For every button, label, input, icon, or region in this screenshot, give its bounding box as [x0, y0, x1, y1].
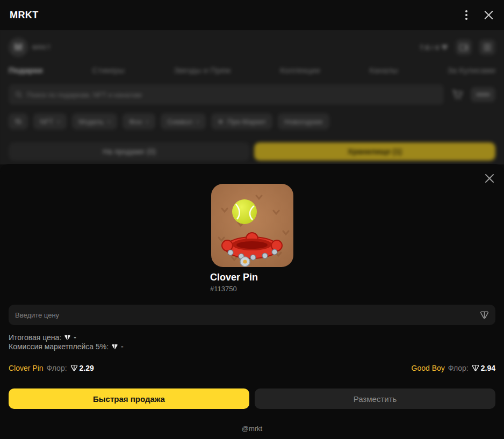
- app-header: M MRKT 7.6 / 4: [0, 30, 504, 60]
- app-title: MRKT: [10, 10, 39, 21]
- segment-storage[interactable]: Хранилище (1): [254, 142, 495, 161]
- menu-button[interactable]: [479, 39, 495, 55]
- price-field: [9, 305, 495, 325]
- ton-icon: [70, 364, 78, 372]
- app-background: M MRKT 7.6 / 4 Подарки: [0, 30, 504, 164]
- item-number: #113750: [210, 285, 294, 293]
- nav-tabs: Подарки Стикеры Звезды и Прем Коллекции …: [0, 60, 504, 81]
- tab-stars-premium[interactable]: Звезды и Прем: [174, 66, 231, 75]
- filter-background[interactable]: Фон: [123, 113, 155, 129]
- floor-prices: Clover Pin Флор: 2.29 Good Boy Флор: 2.9…: [9, 364, 495, 372]
- ton-icon: [480, 311, 489, 320]
- segment-row: На продаже (0) Хранилище (1): [0, 135, 504, 161]
- chevron-down-icon: [107, 118, 111, 123]
- floor-left: Clover Pin Флор: 2.29: [9, 364, 94, 372]
- sort-button[interactable]: [9, 113, 28, 129]
- app-logo: M: [9, 38, 28, 57]
- floor-left-label: Флор:: [47, 364, 67, 372]
- chevron-down-icon: [145, 118, 149, 123]
- item-image: [211, 184, 293, 267]
- filter-nft[interactable]: NFT: [33, 113, 67, 129]
- tab-gifts[interactable]: Подарки: [9, 66, 43, 75]
- tab-backstage[interactable]: За Кулисами: [448, 66, 495, 75]
- wallet-icon: [459, 44, 468, 51]
- topnav-pill-button[interactable]: [471, 87, 495, 102]
- action-buttons: Быстрая продажа Разместить: [9, 388, 495, 409]
- total-price-value: -: [74, 333, 76, 342]
- price-summary: Итоговая цена: - Комиссия маркетплейса 5…: [9, 333, 495, 351]
- filter-premarket[interactable]: Пре-Маркет: [211, 113, 272, 129]
- search-icon: [15, 91, 23, 98]
- balance-display[interactable]: 7.6 / 4: [420, 44, 448, 52]
- chevron-down-icon: [56, 118, 61, 123]
- item-name: Clover Pin: [210, 272, 294, 283]
- modal-close-icon[interactable]: [484, 172, 495, 186]
- search-placeholder: Поиск по подаркам, NFT и каналам: [27, 91, 142, 99]
- ton-icon: [64, 334, 71, 341]
- balance-text: 7.6 / 4: [420, 44, 439, 52]
- sort-icon: [15, 118, 22, 125]
- ton-icon: [472, 364, 479, 372]
- floor-left-name[interactable]: Clover Pin: [9, 364, 44, 372]
- price-input[interactable]: [15, 311, 480, 319]
- quick-sell-button[interactable]: Быстрая продажа: [9, 388, 249, 409]
- tab-collections[interactable]: Коллекции: [280, 66, 320, 75]
- sell-item-modal: Clover Pin #113750 Итоговая цена: - Коми…: [0, 164, 504, 439]
- floor-right-name[interactable]: Good Boy: [412, 364, 445, 372]
- filter-newyear[interactable]: Новогодние: [278, 113, 329, 129]
- titlebar: MRKT: [0, 0, 504, 30]
- total-price-label: Итоговая цена:: [9, 333, 61, 342]
- floor-left-value: 2.29: [80, 364, 94, 372]
- cart-icon[interactable]: [451, 89, 463, 100]
- tab-channels[interactable]: Каналы: [370, 66, 398, 75]
- bot-handle: @mrkt: [0, 424, 504, 433]
- floor-right-value: 2.94: [481, 364, 495, 372]
- close-icon[interactable]: [484, 10, 494, 20]
- app-logo-text: MRKT: [32, 44, 51, 51]
- fee-label: Комиссия маркетплейса 5%:: [9, 342, 109, 351]
- wallet-button[interactable]: [456, 39, 472, 55]
- ton-icon: [111, 343, 118, 350]
- kebab-menu-icon[interactable]: [463, 8, 470, 22]
- place-listing-button[interactable]: Разместить: [255, 388, 495, 409]
- tab-stickers[interactable]: Стикеры: [92, 66, 124, 75]
- ton-icon: [441, 44, 448, 51]
- floor-right-label: Флор:: [448, 364, 469, 372]
- filter-row: NFT Модель Фон Символ Пре-Маркет Новогод…: [0, 108, 504, 135]
- filter-symbol[interactable]: Символ: [161, 113, 206, 129]
- search-input[interactable]: Поиск по подаркам, NFT и каналам: [9, 84, 444, 105]
- hamburger-icon: [484, 44, 491, 51]
- floor-right: Good Boy Флор: 2.94: [412, 364, 495, 372]
- filter-model[interactable]: Модель: [72, 113, 117, 129]
- star-icon: [218, 119, 224, 125]
- fee-value: -: [121, 342, 124, 351]
- segment-on-sale[interactable]: На продаже (0): [9, 142, 250, 161]
- chevron-down-icon: [196, 118, 200, 123]
